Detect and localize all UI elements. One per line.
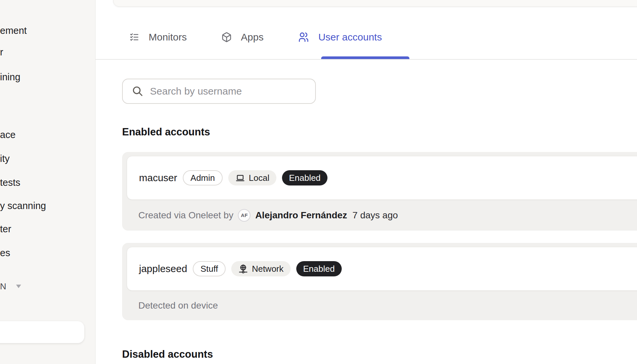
main-content: Monitors Apps User accounts Enable bbox=[96, 0, 637, 364]
role-badge: Stuff bbox=[193, 261, 226, 276]
chevron-down-icon bbox=[15, 284, 22, 289]
creator-name: Alejandro Fernández bbox=[255, 210, 347, 221]
account-username: jappleseed bbox=[139, 263, 187, 274]
sidebar-item-ace[interactable]: ace bbox=[0, 128, 16, 141]
search-icon bbox=[132, 86, 143, 97]
network-icon bbox=[238, 264, 248, 274]
status-badge: Enabled bbox=[296, 261, 342, 276]
tab-monitors-label: Monitors bbox=[149, 32, 187, 43]
source-badge-label: Network bbox=[252, 264, 283, 274]
sidebar-item-ter[interactable]: ter bbox=[0, 222, 11, 236]
org-switcher-label: N bbox=[0, 281, 7, 292]
sidebar-item-tests[interactable]: tests bbox=[0, 176, 20, 189]
account-meta-jappleseed: Detected on device bbox=[138, 291, 218, 320]
tab-apps-label: Apps bbox=[241, 32, 263, 43]
status-badge: Enabled bbox=[282, 170, 327, 185]
source-badge: Network bbox=[231, 261, 290, 276]
role-badge-label: Stuff bbox=[200, 264, 218, 274]
search-input[interactable] bbox=[150, 86, 309, 97]
sidebar-item-scanning[interactable]: y scanning bbox=[0, 199, 46, 212]
sidebar-item-training[interactable]: ining bbox=[0, 70, 20, 84]
created-time: 7 days ago bbox=[352, 210, 398, 221]
tab-monitors[interactable]: Monitors bbox=[129, 32, 187, 43]
sidebar-item-r[interactable]: r bbox=[0, 45, 3, 59]
status-badge-label: Enabled bbox=[289, 173, 320, 183]
status-badge-label: Enabled bbox=[303, 264, 335, 274]
checklist-icon bbox=[129, 32, 140, 42]
sidebar-bottom-card bbox=[0, 321, 84, 343]
account-meta-macuser: Created via Oneleet by AF Alejandro Fern… bbox=[138, 200, 398, 231]
source-badge: Local bbox=[228, 170, 276, 185]
laptop-icon bbox=[235, 173, 245, 183]
search-box bbox=[122, 79, 316, 104]
role-badge-label: Admin bbox=[190, 173, 215, 183]
role-badge: Admin bbox=[183, 170, 223, 185]
tab-bar: Monitors Apps User accounts bbox=[129, 32, 382, 43]
enabled-accounts-heading: Enabled accounts bbox=[122, 126, 210, 138]
account-block-jappleseed: jappleseed Stuff Network Enabled Detecte… bbox=[122, 243, 637, 320]
tab-bar-divider bbox=[96, 59, 637, 60]
account-block-macuser: macuser Admin Local Enabled Created via … bbox=[122, 152, 637, 231]
sidebar-item-management[interactable]: ement bbox=[0, 24, 27, 37]
account-card-macuser[interactable]: macuser Admin Local Enabled bbox=[127, 156, 637, 200]
tab-user-accounts[interactable]: User accounts bbox=[298, 32, 382, 43]
sidebar-item-ity[interactable]: ity bbox=[0, 152, 10, 165]
created-via-text: Created via Oneleet by bbox=[138, 210, 233, 221]
top-card-bottom-edge bbox=[113, 0, 637, 7]
tab-user-accounts-label: User accounts bbox=[318, 32, 382, 43]
disabled-accounts-heading: Disabled accounts bbox=[122, 348, 213, 360]
account-card-jappleseed[interactable]: jappleseed Stuff Network Enabled bbox=[127, 247, 637, 291]
users-icon bbox=[298, 32, 309, 43]
avatar: AF bbox=[238, 209, 250, 222]
sidebar-item-es[interactable]: es bbox=[0, 246, 10, 259]
detected-on-device-text: Detected on device bbox=[138, 300, 218, 311]
tab-apps[interactable]: Apps bbox=[221, 32, 263, 43]
source-badge-label: Local bbox=[249, 173, 269, 183]
account-username: macuser bbox=[139, 172, 177, 183]
sidebar: ement r ining ace ity tests y scanning t… bbox=[0, 0, 96, 364]
cube-icon bbox=[221, 32, 232, 42]
org-switcher[interactable]: N bbox=[0, 280, 22, 293]
